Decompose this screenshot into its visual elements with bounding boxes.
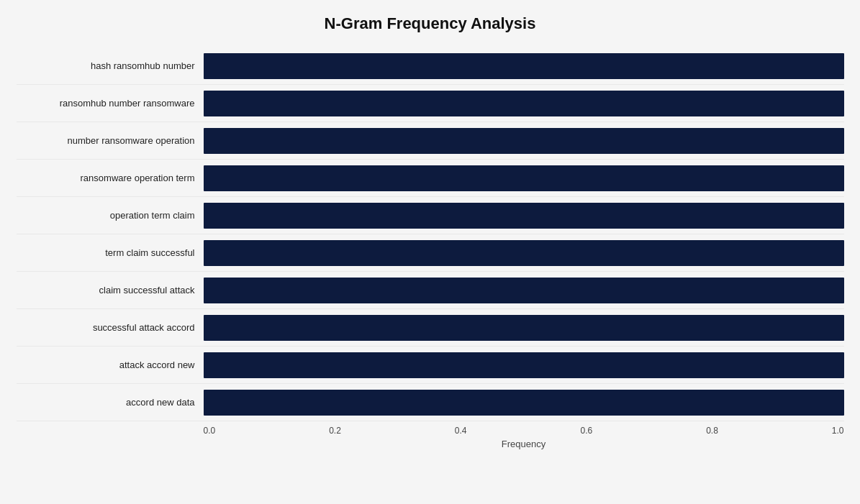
- bar-row: claim successful attack: [17, 272, 844, 309]
- bar-track: [204, 240, 844, 266]
- chart-container: hash ransomhub numberransomhub number ra…: [17, 47, 844, 449]
- bar-label: successful attack accord: [17, 322, 204, 333]
- x-axis-label: Frequency: [204, 439, 844, 449]
- bar-row: term claim successful: [17, 234, 844, 272]
- bar-row: operation term claim: [17, 197, 844, 234]
- bar-track: [204, 91, 844, 116]
- bar-label: attack accord new: [17, 359, 204, 370]
- bar-row: hash ransomhub number: [17, 47, 844, 85]
- x-axis: 0.00.20.40.60.81.0: [17, 426, 844, 436]
- bar-label: claim successful attack: [17, 285, 204, 295]
- bar-track: [204, 278, 844, 303]
- bar-track: [204, 203, 844, 229]
- bar-label: ransomware operation term: [17, 173, 204, 183]
- bar-track: [204, 165, 844, 191]
- bar-label: ransomhub number ransomware: [17, 98, 204, 109]
- bar-fill: [204, 203, 844, 229]
- bar-track: [204, 352, 844, 378]
- bar-row: accord new data: [17, 384, 844, 421]
- bar-label: hash ransomhub number: [17, 60, 204, 71]
- x-tick: 0.0: [204, 426, 216, 436]
- bar-track: [204, 53, 844, 79]
- bar-row: number ransomware operation: [17, 122, 844, 160]
- bar-fill: [204, 390, 844, 416]
- bar-fill: [204, 91, 844, 116]
- x-axis-label-row: Frequency: [17, 439, 844, 449]
- x-tick: 0.2: [329, 426, 341, 436]
- x-axis-ticks: 0.00.20.40.60.81.0: [204, 426, 844, 436]
- bar-fill: [204, 240, 844, 266]
- bar-label: operation term claim: [17, 210, 204, 221]
- chart-title: N-Gram Frequency Analysis: [325, 14, 536, 33]
- bar-label: accord new data: [17, 397, 204, 408]
- bar-label: term claim successful: [17, 247, 204, 258]
- bar-track: [204, 315, 844, 341]
- bar-fill: [204, 352, 844, 378]
- x-tick: 1.0: [832, 426, 844, 436]
- bar-track: [204, 390, 844, 416]
- bar-fill: [204, 128, 844, 154]
- bar-row: successful attack accord: [17, 309, 844, 347]
- bar-fill: [204, 165, 844, 191]
- bar-row: ransomware operation term: [17, 160, 844, 197]
- chart-area: hash ransomhub numberransomhub number ra…: [17, 47, 844, 421]
- bar-row: attack accord new: [17, 347, 844, 384]
- bar-fill: [204, 315, 844, 341]
- x-tick: 0.6: [580, 426, 592, 436]
- bar-fill: [204, 278, 844, 303]
- bar-fill: [204, 53, 844, 79]
- x-tick: 0.8: [706, 426, 718, 436]
- bar-track: [204, 128, 844, 154]
- bar-label: number ransomware operation: [17, 135, 204, 146]
- x-tick: 0.4: [455, 426, 467, 436]
- bar-row: ransomhub number ransomware: [17, 85, 844, 122]
